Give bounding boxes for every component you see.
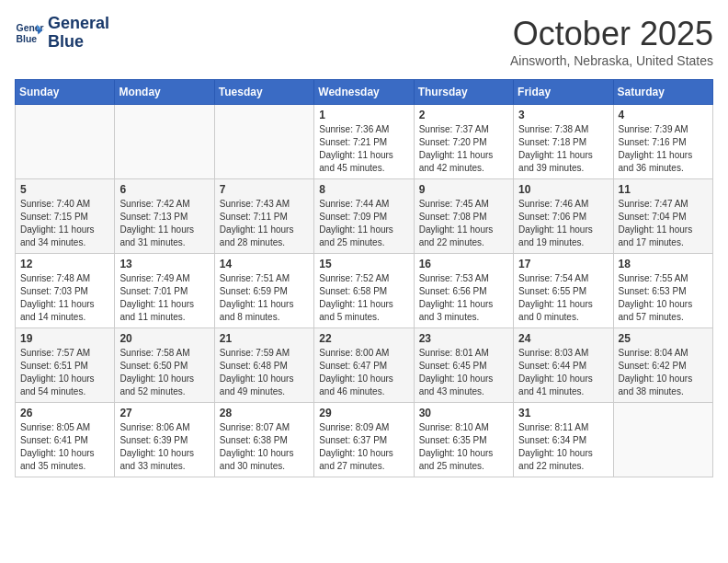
- col-sunday: Sunday: [16, 80, 115, 105]
- day-info: Sunrise: 8:03 AMSunset: 6:44 PMDaylight:…: [518, 347, 608, 398]
- day-info: Sunrise: 8:05 AMSunset: 6:41 PMDaylight:…: [20, 421, 109, 473]
- calendar-cell: [613, 403, 712, 477]
- calendar-cell: 28Sunrise: 8:07 AMSunset: 6:38 PMDayligh…: [214, 403, 313, 477]
- day-info: Sunrise: 7:51 AMSunset: 6:59 PMDaylight:…: [220, 272, 309, 324]
- col-friday: Friday: [514, 80, 613, 105]
- day-info: Sunrise: 7:42 AMSunset: 7:13 PMDaylight:…: [119, 198, 209, 249]
- day-number: 21: [220, 332, 309, 345]
- day-info: Sunrise: 7:45 AMSunset: 7:08 PMDaylight:…: [419, 198, 508, 249]
- calendar-cell: 29Sunrise: 8:09 AMSunset: 6:37 PMDayligh…: [314, 403, 414, 477]
- calendar-week-1: 1Sunrise: 7:36 AMSunset: 7:21 PMDaylight…: [16, 105, 713, 179]
- day-number: 30: [419, 407, 508, 419]
- day-info: Sunrise: 7:59 AMSunset: 6:48 PMDaylight:…: [220, 347, 309, 398]
- day-info: Sunrise: 7:36 AMSunset: 7:21 PMDaylight:…: [319, 123, 408, 175]
- day-number: 17: [518, 258, 608, 270]
- calendar-week-3: 12Sunrise: 7:48 AMSunset: 7:03 PMDayligh…: [16, 254, 713, 328]
- col-saturday: Saturday: [613, 80, 712, 105]
- calendar-cell: 17Sunrise: 7:54 AMSunset: 6:55 PMDayligh…: [514, 254, 613, 328]
- day-info: Sunrise: 7:37 AMSunset: 7:20 PMDaylight:…: [419, 123, 508, 175]
- col-thursday: Thursday: [414, 80, 513, 105]
- day-number: 16: [419, 258, 508, 270]
- calendar-cell: 24Sunrise: 8:03 AMSunset: 6:44 PMDayligh…: [514, 328, 613, 403]
- day-info: Sunrise: 8:06 AMSunset: 6:39 PMDaylight:…: [119, 421, 209, 473]
- day-info: Sunrise: 7:55 AMSunset: 6:53 PMDaylight:…: [619, 272, 708, 324]
- day-number: 25: [619, 332, 708, 345]
- day-number: 13: [119, 258, 209, 270]
- calendar-cell: 12Sunrise: 7:48 AMSunset: 7:03 PMDayligh…: [16, 254, 115, 328]
- day-info: Sunrise: 7:57 AMSunset: 6:51 PMDaylight:…: [20, 347, 109, 398]
- day-info: Sunrise: 7:52 AMSunset: 6:58 PMDaylight:…: [319, 272, 408, 324]
- logo: General Blue General Blue: [15, 15, 109, 52]
- day-number: 15: [319, 258, 408, 270]
- calendar-cell: 4Sunrise: 7:39 AMSunset: 7:16 PMDaylight…: [613, 105, 712, 179]
- calendar-cell: 1Sunrise: 7:36 AMSunset: 7:21 PMDaylight…: [314, 105, 414, 179]
- logo-icon: General Blue: [15, 18, 44, 48]
- day-number: 11: [619, 183, 708, 196]
- calendar-cell: 6Sunrise: 7:42 AMSunset: 7:13 PMDaylight…: [115, 179, 214, 254]
- location-text: Ainsworth, Nebraska, United States: [510, 53, 713, 68]
- col-tuesday: Tuesday: [214, 80, 313, 105]
- calendar-body: 1Sunrise: 7:36 AMSunset: 7:21 PMDaylight…: [16, 105, 713, 477]
- calendar-cell: 9Sunrise: 7:45 AMSunset: 7:08 PMDaylight…: [414, 179, 513, 254]
- calendar-cell: 3Sunrise: 7:38 AMSunset: 7:18 PMDaylight…: [514, 105, 613, 179]
- day-number: 3: [518, 109, 608, 121]
- day-number: 1: [319, 109, 408, 121]
- calendar-cell: 30Sunrise: 8:10 AMSunset: 6:35 PMDayligh…: [414, 403, 513, 477]
- calendar-cell: 7Sunrise: 7:43 AMSunset: 7:11 PMDaylight…: [214, 179, 313, 254]
- day-number: 24: [518, 332, 608, 345]
- calendar-header: Sunday Monday Tuesday Wednesday Thursday…: [16, 80, 713, 105]
- day-info: Sunrise: 7:47 AMSunset: 7:04 PMDaylight:…: [619, 198, 708, 249]
- calendar-cell: 10Sunrise: 7:46 AMSunset: 7:06 PMDayligh…: [514, 179, 613, 254]
- day-number: 7: [220, 183, 309, 196]
- calendar-cell: 22Sunrise: 8:00 AMSunset: 6:47 PMDayligh…: [314, 328, 414, 403]
- day-info: Sunrise: 7:49 AMSunset: 7:01 PMDaylight:…: [119, 272, 209, 324]
- calendar-cell: 27Sunrise: 8:06 AMSunset: 6:39 PMDayligh…: [115, 403, 214, 477]
- day-number: 2: [419, 109, 508, 121]
- calendar-cell: 23Sunrise: 8:01 AMSunset: 6:45 PMDayligh…: [414, 328, 513, 403]
- day-info: Sunrise: 8:07 AMSunset: 6:38 PMDaylight:…: [220, 421, 309, 473]
- day-number: 29: [319, 407, 408, 419]
- page-header: General Blue General Blue October 2025 A…: [15, 15, 713, 68]
- day-info: Sunrise: 8:00 AMSunset: 6:47 PMDaylight:…: [319, 347, 408, 398]
- header-row: Sunday Monday Tuesday Wednesday Thursday…: [16, 80, 713, 105]
- day-number: 9: [419, 183, 508, 196]
- calendar-cell: 19Sunrise: 7:57 AMSunset: 6:51 PMDayligh…: [16, 328, 115, 403]
- calendar-cell: 14Sunrise: 7:51 AMSunset: 6:59 PMDayligh…: [214, 254, 313, 328]
- svg-text:Blue: Blue: [17, 33, 38, 43]
- calendar-cell: 21Sunrise: 7:59 AMSunset: 6:48 PMDayligh…: [214, 328, 313, 403]
- day-info: Sunrise: 7:43 AMSunset: 7:11 PMDaylight:…: [220, 198, 309, 249]
- col-wednesday: Wednesday: [314, 80, 414, 105]
- day-info: Sunrise: 7:44 AMSunset: 7:09 PMDaylight:…: [319, 198, 408, 249]
- day-number: 27: [119, 407, 209, 419]
- day-info: Sunrise: 7:39 AMSunset: 7:16 PMDaylight:…: [619, 123, 708, 175]
- day-number: 31: [518, 407, 608, 419]
- day-number: 8: [319, 183, 408, 196]
- calendar-cell: 18Sunrise: 7:55 AMSunset: 6:53 PMDayligh…: [613, 254, 712, 328]
- calendar-cell: 16Sunrise: 7:53 AMSunset: 6:56 PMDayligh…: [414, 254, 513, 328]
- title-section: October 2025 Ainsworth, Nebraska, United…: [510, 15, 713, 68]
- day-info: Sunrise: 7:38 AMSunset: 7:18 PMDaylight:…: [518, 123, 608, 175]
- calendar-table: Sunday Monday Tuesday Wednesday Thursday…: [15, 79, 713, 477]
- day-number: 18: [619, 258, 708, 270]
- calendar-cell: 20Sunrise: 7:58 AMSunset: 6:50 PMDayligh…: [115, 328, 214, 403]
- day-info: Sunrise: 8:09 AMSunset: 6:37 PMDaylight:…: [319, 421, 408, 473]
- day-info: Sunrise: 7:54 AMSunset: 6:55 PMDaylight:…: [518, 272, 608, 324]
- calendar-cell: [16, 105, 115, 179]
- calendar-week-4: 19Sunrise: 7:57 AMSunset: 6:51 PMDayligh…: [16, 328, 713, 403]
- day-info: Sunrise: 8:01 AMSunset: 6:45 PMDaylight:…: [419, 347, 508, 398]
- day-number: 5: [20, 183, 109, 196]
- day-number: 4: [619, 109, 708, 121]
- logo-text: General Blue: [48, 15, 109, 52]
- day-info: Sunrise: 8:10 AMSunset: 6:35 PMDaylight:…: [419, 421, 508, 473]
- day-number: 10: [518, 183, 608, 196]
- day-info: Sunrise: 7:40 AMSunset: 7:15 PMDaylight:…: [20, 198, 109, 249]
- day-number: 6: [119, 183, 209, 196]
- day-number: 28: [220, 407, 309, 419]
- day-number: 26: [20, 407, 109, 419]
- day-number: 12: [20, 258, 109, 270]
- col-monday: Monday: [115, 80, 214, 105]
- day-info: Sunrise: 7:53 AMSunset: 6:56 PMDaylight:…: [419, 272, 508, 324]
- calendar-week-2: 5Sunrise: 7:40 AMSunset: 7:15 PMDaylight…: [16, 179, 713, 254]
- calendar-cell: 26Sunrise: 8:05 AMSunset: 6:41 PMDayligh…: [16, 403, 115, 477]
- month-title: October 2025: [510, 15, 713, 53]
